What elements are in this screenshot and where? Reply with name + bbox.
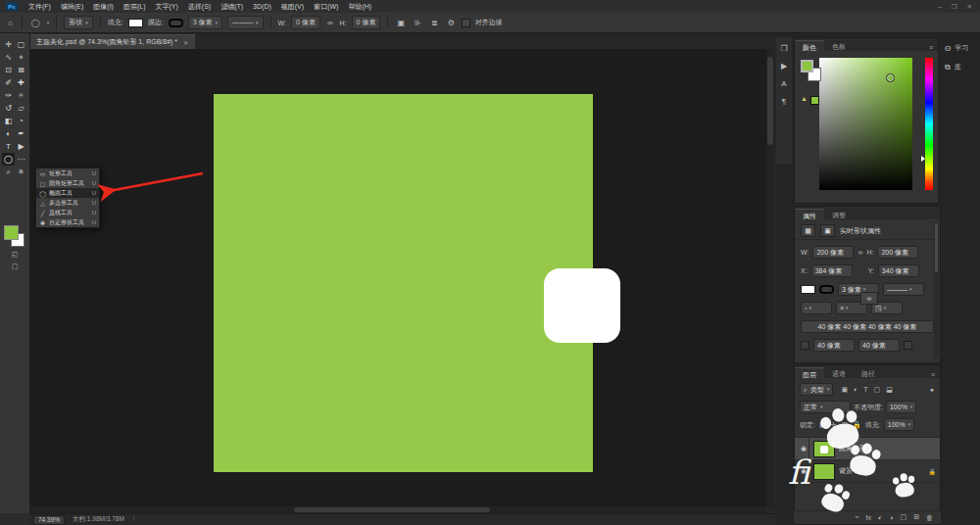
filter-toggle-icon[interactable]: ● (929, 386, 935, 393)
photoshop-logo-icon[interactable]: Ps (6, 2, 18, 11)
corner-tl-input[interactable]: 40 像素 (813, 339, 855, 352)
layer-thumbnail[interactable] (813, 463, 835, 480)
adjustment-layer-icon[interactable]: ◑ (889, 514, 893, 521)
prop-link-wh-icon[interactable]: ∞ (858, 249, 862, 256)
prop-width-input[interactable]: 200 像素 (812, 246, 854, 259)
flyout-item-rectangle-tool[interactable]: ▭矩形工具U (36, 168, 99, 178)
color-foreground-swatch[interactable] (801, 60, 813, 72)
rail-item-learn[interactable]: ʘ学习 (945, 43, 980, 53)
gear-icon[interactable]: ⚙ (446, 19, 457, 27)
prop-stroke-style-select[interactable]: ———▾ (883, 283, 924, 296)
gamut-warning-swatch[interactable] (810, 96, 819, 105)
screen-mode-icon[interactable]: ▢ (0, 262, 29, 270)
clone-stamp-tool[interactable]: ⍟ (15, 89, 27, 102)
tab-paths[interactable]: 路径 (854, 367, 883, 378)
width-input[interactable]: 0 像素 (291, 16, 320, 29)
fill-opacity-input[interactable]: 100%▾ (884, 418, 914, 431)
horizontal-scrollbar-thumb[interactable] (294, 507, 490, 512)
lasso-tool[interactable]: ∿ (2, 51, 15, 64)
new-group-icon[interactable]: ▢ (901, 513, 907, 521)
saturation-brightness-field[interactable] (819, 58, 912, 190)
history-brush-tool[interactable]: ↺ (2, 102, 15, 115)
character-panel-icon[interactable]: A (781, 79, 786, 88)
zoom-tool[interactable]: ⌕ (2, 166, 15, 178)
close-icon[interactable]: ✕ (183, 39, 188, 46)
menu-item-help[interactable]: 帮助(H) (343, 0, 376, 13)
rail-item-libraries[interactable]: ⧉库 (945, 63, 980, 72)
path-select-tool[interactable]: ▶ (15, 140, 27, 153)
path-operations-icon[interactable]: ▣ (395, 19, 407, 27)
status-chevron-icon[interactable]: 〉 (132, 515, 139, 524)
layer-mask-icon[interactable]: ◐ (878, 514, 882, 521)
menu-item-layer[interactable]: 图层(L) (119, 0, 151, 13)
filter-type-icon[interactable]: T (862, 386, 868, 394)
new-layer-icon[interactable]: ⊞ (913, 513, 919, 521)
stroke-swatch[interactable] (169, 19, 183, 27)
document-tab[interactable]: 主题美化.psd @ 74.3%(圆角矩形 1, RGB/8#) * ✕ (29, 34, 195, 49)
prop-fill-swatch[interactable] (801, 285, 815, 294)
minimize-button[interactable]: – (938, 3, 942, 11)
home-icon[interactable]: ⌂ (6, 19, 15, 27)
canvas-area[interactable] (29, 49, 766, 506)
layer-filter-select[interactable]: ⌕ 类型▾ (800, 383, 833, 396)
tab-layers[interactable]: 图层 (795, 367, 824, 378)
close-button[interactable]: ✕ (967, 3, 972, 11)
brush-tool[interactable]: ✑ (2, 89, 15, 102)
crop-tool[interactable]: ⊡ (2, 64, 15, 76)
filter-adjustment-icon[interactable]: ◐ (853, 386, 858, 394)
tab-channels[interactable]: 通道 (824, 367, 854, 378)
dodge-tool[interactable]: ◐ (2, 127, 15, 140)
menu-item-type[interactable]: 文字(Y) (150, 0, 182, 13)
quick-mask-icon[interactable]: ◱ (0, 251, 29, 259)
edit-toolbar[interactable]: ⋯ (15, 153, 27, 166)
healing-brush-tool[interactable]: ✚ (15, 76, 27, 89)
history-panel-icon[interactable]: ❐ (780, 44, 787, 53)
prop-x-input[interactable]: 384 像素 (811, 264, 853, 277)
tab-swatches[interactable]: 色板 (824, 40, 854, 51)
flyout-item-ellipse-tool[interactable]: ◯椭圆工具U (36, 188, 99, 198)
quick-select-tool[interactable]: ⌖ (15, 51, 27, 64)
actions-panel-icon[interactable]: ▶ (781, 62, 787, 71)
opacity-input[interactable]: 100%▾ (886, 401, 916, 413)
color-picker-marker[interactable] (886, 73, 895, 82)
height-input[interactable]: 0 像素 (352, 16, 381, 29)
corner-tr-input[interactable]: 40 像素 (858, 339, 900, 352)
tool-preset-icon[interactable]: ◯ (29, 19, 42, 27)
filter-pixel-icon[interactable]: ▣ (840, 386, 849, 394)
artboard[interactable] (214, 94, 593, 472)
menu-item-view[interactable]: 视图(V) (276, 0, 309, 13)
panel-menu-icon[interactable]: ≡ (929, 44, 938, 51)
flyout-item-custom-shape-tool[interactable]: ✽自定形状工具U (36, 217, 99, 227)
tab-adjustments[interactable]: 调整 (824, 209, 854, 219)
corner-tr-checkbox[interactable] (904, 341, 912, 350)
filter-smart-object-icon[interactable]: ⬓ (885, 386, 894, 394)
pen-tool[interactable]: ✒ (15, 127, 27, 140)
marquee-tool[interactable]: ▢ (15, 38, 27, 51)
hand-tool[interactable]: ✳ (15, 166, 27, 178)
hue-slider[interactable] (925, 58, 933, 190)
link-layers-icon[interactable]: ⌁ (855, 513, 858, 521)
flyout-item-polygon-tool[interactable]: △多边形工具U (36, 198, 99, 208)
menu-item-image[interactable]: 图像(I) (88, 0, 119, 13)
menu-item-edit[interactable]: 编辑(E) (56, 0, 88, 13)
shape-tool[interactable]: ◯ (2, 153, 15, 166)
move-tool[interactable]: ✛ (2, 38, 15, 51)
align-edges-checkbox[interactable] (462, 19, 470, 27)
type-tool[interactable]: T (2, 140, 15, 153)
menu-item-select[interactable]: 选择(S) (183, 0, 216, 13)
filter-shape-icon[interactable]: ▢ (873, 386, 882, 394)
zoom-level-input[interactable]: 74.39% (33, 515, 65, 525)
panel-menu-icon[interactable]: ≡ (931, 371, 940, 378)
prop-y-input[interactable]: 340 像素 (878, 264, 919, 277)
delete-layer-icon[interactable]: 🗑 (926, 514, 933, 521)
tool-mode-select[interactable]: 形状▾ (64, 16, 93, 29)
menu-item-filter[interactable]: 滤镜(T) (216, 0, 248, 13)
foreground-color-swatch[interactable] (4, 225, 19, 240)
stroke-align-select[interactable]: ▫▾ (801, 302, 832, 314)
path-arrangement-icon[interactable]: ≣ (429, 19, 440, 27)
tab-color[interactable]: 颜色 (795, 40, 824, 51)
eraser-tool[interactable]: ▱ (15, 102, 27, 115)
tab-properties[interactable]: 属性 (795, 209, 824, 219)
link-dimensions-icon[interactable]: ∞ (325, 19, 335, 27)
path-alignment-icon[interactable]: ⊪ (413, 19, 423, 27)
